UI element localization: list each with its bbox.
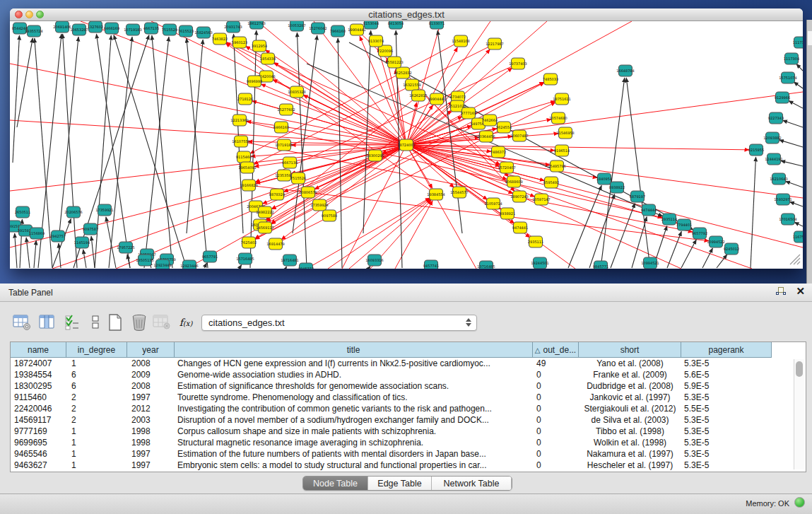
graph-node-yellow[interactable]: 17359924	[310, 199, 328, 211]
table-cell[interactable]: 1	[66, 448, 127, 460]
graph-edge[interactable]	[204, 263, 207, 268]
graph-node-teal[interactable]: 9657792	[692, 228, 707, 239]
graph-edge[interactable]	[96, 34, 130, 268]
table-cell[interactable]: 2008	[127, 380, 175, 392]
table-cell[interactable]: 9115460	[11, 392, 66, 403]
table-cell[interactable]: 1998	[127, 426, 175, 437]
graph-node-teal[interactable]: 9845771	[593, 261, 608, 269]
graph-edge[interactable]	[144, 37, 169, 268]
table-cell[interactable]: 2	[66, 392, 127, 403]
graph-node-yellow[interactable]: 18724007	[397, 139, 415, 151]
graph-node-yellow[interactable]: 9115460	[236, 151, 252, 163]
graph-node-yellow[interactable]: 7486372	[490, 146, 506, 158]
graph-node-yellow[interactable]: 19166829	[240, 180, 257, 191]
graph-edge[interactable]	[681, 240, 696, 268]
network-graph[interactable]: 1872400718300295193845541632155916252832…	[10, 21, 803, 269]
graph-node-yellow[interactable]: 10688609	[505, 176, 522, 187]
table-cell[interactable]: Wolkin et al. (1998)	[579, 437, 681, 448]
column-header-short[interactable]: short	[579, 342, 681, 358]
graph-node-yellow[interactable]: 18907243	[510, 191, 528, 202]
table-settings-icon[interactable]	[11, 312, 33, 333]
graph-node-yellow[interactable]: 8938921	[500, 208, 515, 219]
graph-edge[interactable]	[751, 157, 756, 268]
table-cell[interactable]: 18724007	[11, 358, 66, 369]
graph-edge[interactable]	[266, 145, 406, 221]
graph-node-yellow[interactable]: 19904448	[428, 93, 445, 105]
graph-node-teal[interactable]: 16648784	[616, 65, 634, 76]
delete-table-icon[interactable]	[129, 312, 150, 333]
graph-node-teal[interactable]: 7515529	[162, 24, 177, 35]
graph-edge[interactable]	[794, 222, 803, 226]
graph-node-teal[interactable]: 19244501	[531, 257, 548, 269]
graph-node-yellow[interactable]: 20364456	[477, 131, 495, 142]
graph-node-teal[interactable]: 4667135	[143, 23, 159, 34]
graph-edge[interactable]	[568, 185, 601, 268]
graph-node-teal[interactable]: 12923441	[153, 259, 171, 269]
graph-node-teal[interactable]: 12923446	[180, 260, 198, 269]
table-cell[interactable]: 0	[533, 414, 579, 426]
table-cell[interactable]: 0	[533, 426, 579, 437]
graph-node-teal[interactable]: 15824563	[194, 27, 212, 38]
table-cell[interactable]: 9699695	[11, 437, 66, 448]
new-table-icon[interactable]	[105, 312, 126, 333]
graph-edge[interactable]	[437, 30, 462, 233]
graph-edge[interactable]	[702, 248, 712, 268]
graph-node-teal[interactable]: 7966160	[330, 25, 346, 37]
column-header-in-degree[interactable]: in_degree	[66, 342, 127, 358]
graph-node-yellow[interactable]: 15581223	[385, 57, 403, 68]
column-header-name[interactable]: name	[11, 342, 66, 358]
table-cell[interactable]: 0	[533, 403, 579, 414]
graph-node-yellow[interactable]: 10607487	[510, 130, 528, 141]
table-cell[interactable]: 1	[66, 426, 127, 437]
graph-edge[interactable]	[406, 21, 632, 145]
table-cell[interactable]: 1	[66, 437, 127, 448]
table-cell[interactable]: Disruption of a novel member of a sodium…	[175, 414, 533, 426]
table-cell[interactable]: 5.3E-5	[681, 392, 772, 403]
graph-node-teal[interactable]: 9097587	[83, 223, 98, 235]
graph-node-yellow[interactable]: 9097588	[322, 210, 337, 221]
graph-edge[interactable]	[83, 250, 86, 268]
graph-node-teal[interactable]: 15716485	[236, 253, 254, 264]
table-cell[interactable]: 5.3E-5	[681, 358, 772, 369]
graph-node-yellow[interactable]: 4667138	[282, 157, 298, 168]
graph-edge[interactable]	[187, 38, 208, 268]
graph-node-yellow[interactable]: 19904441	[348, 24, 365, 35]
graph-node-teal[interactable]: 1117311	[793, 37, 803, 48]
graph-node-yellow[interactable]: 16914479	[266, 238, 284, 250]
table-cell[interactable]: Franke et al. (2009)	[579, 369, 681, 380]
graph-node-teal[interactable]: 7794401	[676, 219, 692, 230]
graph-node-teal[interactable]: 8413054	[388, 21, 404, 29]
graph-edge[interactable]	[781, 160, 803, 166]
table-row[interactable]: 977716911998Corpus callosum shape and si…	[11, 426, 806, 437]
close-panel-icon[interactable]: ✕	[796, 286, 805, 296]
graph-edge[interactable]	[13, 35, 19, 163]
table-cell[interactable]: 1	[66, 460, 127, 471]
column-header-title[interactable]: title	[175, 342, 533, 358]
graph-node-yellow[interactable]: 14569117	[256, 222, 273, 233]
graph-node-yellow[interactable]: 7515526	[290, 173, 306, 184]
table-cell[interactable]: 0	[533, 437, 579, 448]
graph-node-teal[interactable]: 18612743	[247, 21, 265, 29]
graph-node-teal[interactable]: 17016504	[779, 214, 796, 225]
graph-node-teal[interactable]: 6466169	[104, 23, 119, 34]
graph-node-teal[interactable]: 17957225	[117, 242, 134, 253]
graph-node-teal[interactable]: 2935114	[661, 214, 677, 225]
graph-edge[interactable]	[406, 145, 476, 269]
graph-edge[interactable]	[796, 64, 803, 71]
graph-edge[interactable]	[15, 233, 17, 268]
graph-node-teal[interactable]: 20206576	[64, 206, 82, 218]
graph-edge[interactable]	[779, 140, 803, 147]
table-row[interactable]: 969969511998Structural magnetic resonanc…	[11, 437, 806, 448]
graph-node-teal[interactable]: 9657791	[202, 251, 218, 262]
graph-node-teal[interactable]: 19716481	[281, 255, 298, 266]
table-cell[interactable]: 9465546	[11, 448, 66, 460]
graph-node-yellow[interactable]: 3624554	[496, 122, 512, 133]
graph-node-yellow[interactable]: 2718126	[237, 93, 253, 105]
table-cell[interactable]: 1	[66, 358, 127, 369]
column-header-year[interactable]: year	[127, 342, 175, 358]
graph-node-yellow[interactable]: 7462664	[482, 115, 498, 126]
graph-edge[interactable]	[34, 240, 36, 268]
table-cell[interactable]: 5.6E-5	[681, 369, 772, 380]
window-titlebar[interactable]: citations_edges.txt	[10, 8, 803, 21]
graph-node-teal[interactable]: 12444191	[765, 153, 782, 165]
